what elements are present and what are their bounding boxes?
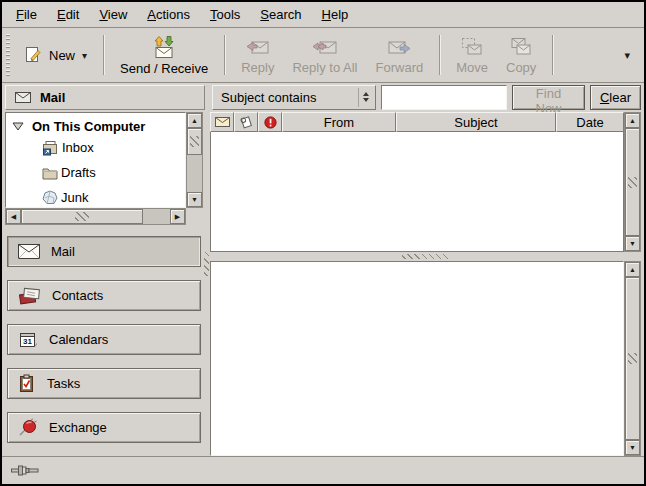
new-button-label: New	[49, 48, 75, 63]
toolbar: New ▾ Send / Receive	[2, 28, 644, 83]
switcher-label: Tasks	[47, 376, 80, 391]
switcher-calendars-button[interactable]: 31 Calendars	[7, 324, 201, 355]
statusbar	[2, 456, 644, 484]
menu-edit[interactable]: Edit	[47, 3, 89, 26]
sidebar: On This Computer Inbox	[5, 112, 203, 456]
menu-tools[interactable]: Tools	[200, 3, 250, 26]
chevron-down-icon: ▾	[82, 50, 87, 61]
filter-row: Mail Subject contains Find Now Clear	[2, 83, 644, 112]
scroll-up-button[interactable]: ▲	[187, 113, 202, 128]
attachment-icon	[239, 115, 253, 129]
column-importance[interactable]	[258, 112, 282, 132]
switcher-label: Exchange	[49, 420, 107, 435]
dropdown-arrows-icon	[358, 88, 373, 107]
menubar: File Edit View Actions Tools Search Help	[2, 2, 644, 28]
send-receive-label: Send / Receive	[120, 61, 208, 76]
move-label: Move	[456, 60, 488, 75]
scrollbar-thumb[interactable]	[625, 277, 640, 440]
scroll-up-button[interactable]: ▲	[625, 262, 640, 277]
tree-item-drafts[interactable]: Drafts	[8, 160, 183, 185]
toolbar-overflow-button[interactable]: ▾	[618, 45, 636, 66]
inbox-icon	[42, 140, 59, 156]
preview-vscrollbar[interactable]: ▲ ▼	[624, 261, 641, 456]
tree-item-label: Junk	[61, 190, 88, 205]
toolbar-separator	[103, 35, 104, 75]
scroll-down-button[interactable]: ▼	[625, 236, 640, 251]
folder-pane-header-label: Mail	[40, 90, 65, 105]
reply-to-all-icon	[312, 36, 338, 58]
switcher-contacts-button[interactable]: Contacts	[7, 280, 201, 311]
menu-file[interactable]: File	[6, 3, 47, 26]
reply-label: Reply	[241, 60, 274, 75]
preview-splitter[interactable]	[210, 252, 641, 261]
mail-envelope-icon	[15, 92, 31, 103]
component-switcher: Mail Contacts	[5, 236, 203, 456]
reply-button[interactable]: Reply	[232, 33, 283, 78]
menu-actions[interactable]: Actions	[137, 3, 200, 26]
switcher-label: Contacts	[52, 288, 103, 303]
tree-root-label: On This Computer	[32, 119, 145, 134]
menu-help[interactable]: Help	[312, 3, 359, 26]
folder-icon	[42, 166, 58, 180]
folder-tree[interactable]: On This Computer Inbox	[5, 112, 186, 208]
scrollbar-corner	[186, 208, 203, 225]
tasks-icon	[18, 374, 36, 393]
scroll-right-button[interactable]: ▶	[170, 209, 185, 224]
search-filter-value: Subject contains	[221, 90, 358, 105]
search-input[interactable]	[381, 85, 507, 110]
column-subject[interactable]: Subject	[396, 112, 556, 132]
sidebar-splitter[interactable]	[203, 112, 210, 456]
svg-text:31: 31	[23, 337, 32, 346]
menu-search[interactable]: Search	[250, 3, 311, 26]
reply-icon	[246, 36, 270, 58]
reply-to-all-button[interactable]: Reply to All	[283, 33, 366, 78]
message-list-vscrollbar[interactable]: ▲ ▼	[624, 112, 641, 252]
scroll-up-button[interactable]: ▲	[625, 113, 640, 128]
folder-tree-hscrollbar[interactable]: ◀ ▶	[5, 208, 186, 225]
splitter-grip[interactable]	[402, 254, 450, 259]
online-status-connector-icon[interactable]	[11, 464, 41, 477]
scrollbar-thumb[interactable]	[625, 128, 640, 236]
column-message-status[interactable]	[210, 112, 234, 132]
reply-to-all-label: Reply to All	[292, 60, 357, 75]
scrollbar-thumb[interactable]	[21, 209, 143, 224]
toolbar-separator	[224, 35, 225, 75]
column-from[interactable]: From	[282, 112, 396, 132]
switcher-tasks-button[interactable]: Tasks	[7, 368, 201, 399]
expander-triangle-icon[interactable]	[12, 122, 24, 131]
splitter-grip[interactable]	[204, 252, 209, 276]
tree-root-on-this-computer[interactable]: On This Computer	[8, 118, 183, 135]
switcher-label: Mail	[51, 244, 75, 259]
switcher-label: Calendars	[49, 332, 108, 347]
folder-tree-vscrollbar[interactable]: ▲ ▼	[186, 112, 203, 208]
menu-view[interactable]: View	[89, 3, 137, 26]
search-filter-dropdown[interactable]: Subject contains	[212, 85, 376, 110]
tree-item-inbox[interactable]: Inbox	[8, 135, 183, 160]
send-receive-button[interactable]: Send / Receive	[111, 32, 217, 79]
switcher-exchange-button[interactable]: Exchange	[7, 412, 201, 443]
column-attachment[interactable]	[234, 112, 258, 132]
move-to-folder-icon	[460, 36, 484, 58]
scrollbar-thumb[interactable]	[187, 128, 202, 155]
toolbar-separator	[552, 35, 553, 75]
calendar-icon: 31	[18, 331, 38, 349]
forward-button[interactable]: Forward	[367, 33, 433, 78]
find-now-button[interactable]: Find Now	[512, 85, 585, 110]
move-button[interactable]: Move	[447, 33, 497, 78]
copy-button[interactable]: Copy	[497, 33, 545, 78]
preview-pane: ▲ ▼	[210, 261, 641, 456]
forward-icon	[387, 36, 411, 58]
send-receive-icon	[151, 35, 177, 59]
message-list[interactable]	[210, 132, 624, 252]
scroll-left-button[interactable]: ◀	[6, 209, 21, 224]
tree-item-junk[interactable]: Junk	[8, 185, 183, 208]
forward-label: Forward	[376, 60, 424, 75]
clear-button[interactable]: Clear	[590, 85, 641, 110]
message-status-envelope-icon	[215, 117, 230, 127]
toolbar-drag-handle[interactable]	[6, 34, 10, 76]
switcher-mail-button[interactable]: Mail	[7, 236, 201, 267]
scroll-down-button[interactable]: ▼	[625, 440, 640, 455]
new-button[interactable]: New ▾	[15, 40, 96, 70]
column-date[interactable]: Date	[556, 112, 624, 132]
scroll-down-button[interactable]: ▼	[187, 192, 202, 207]
